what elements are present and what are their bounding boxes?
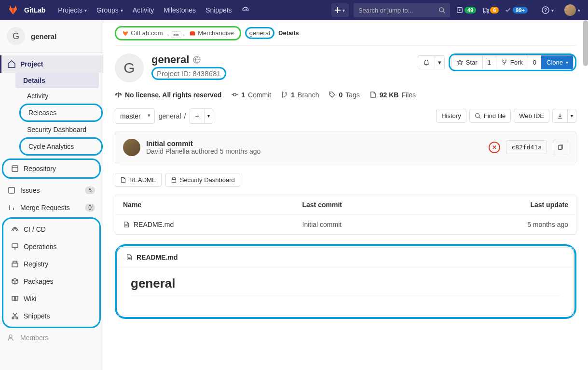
col-update-header: Last update bbox=[481, 201, 568, 209]
col-name-header: Name bbox=[123, 201, 302, 209]
nav-groups[interactable]: Groups▾ bbox=[92, 0, 128, 20]
svg-point-21 bbox=[330, 93, 331, 94]
nav-activity[interactable]: Activity bbox=[128, 0, 159, 20]
sidebar-item-releases[interactable]: Releases bbox=[19, 104, 103, 122]
svg-point-12 bbox=[9, 335, 12, 338]
sidebar-item-project[interactable]: Project bbox=[0, 55, 103, 73]
nav-snippets[interactable]: Snippets bbox=[201, 0, 236, 20]
nav-projects[interactable]: Projects▾ bbox=[53, 0, 92, 20]
project-id-label: Project ID: 8438681 bbox=[157, 69, 221, 78]
nav-mrs-counter[interactable]: 6 bbox=[480, 4, 500, 16]
commit-sha[interactable]: c82fd41a bbox=[506, 140, 547, 154]
stat-tags[interactable]: 0Tags bbox=[328, 91, 359, 99]
crumb-gitlab[interactable]: GitLab.com bbox=[119, 28, 165, 38]
crumb-project[interactable]: general bbox=[245, 27, 274, 39]
find-file-button[interactable]: Find file bbox=[469, 109, 511, 123]
download-dropdown[interactable]: ▾ bbox=[567, 109, 576, 123]
readme-link-button[interactable]: README bbox=[115, 173, 162, 187]
page-title: general bbox=[151, 53, 189, 66]
nav-todos-counter[interactable]: 99+ bbox=[503, 4, 529, 16]
svg-point-22 bbox=[475, 114, 479, 118]
sidebar-item-merge-requests[interactable]: Merge Requests 0 bbox=[0, 199, 103, 216]
path-breadcrumb: general / bbox=[159, 112, 186, 120]
sidebar-item-operations[interactable]: Operations bbox=[3, 238, 99, 255]
sidebar-item-issues[interactable]: Issues 5 bbox=[0, 182, 103, 199]
search-input[interactable]: Search or jump to... bbox=[354, 3, 450, 17]
scrollbar[interactable] bbox=[583, 20, 588, 66]
sidebar-item-security-dashboard[interactable]: Security Dashboard bbox=[19, 122, 103, 137]
sidebar-item-details[interactable]: Details bbox=[15, 73, 99, 88]
row-commit[interactable]: Initial commit bbox=[302, 221, 482, 228]
crumb-ellipsis[interactable]: ••• bbox=[171, 31, 181, 38]
user-menu[interactable]: ▾ bbox=[561, 4, 580, 16]
clone-button[interactable]: Clone ▾ bbox=[541, 55, 574, 69]
avatar bbox=[123, 139, 140, 156]
stat-size[interactable]: 92 KBFiles bbox=[369, 91, 416, 99]
project-avatar: G bbox=[7, 27, 25, 45]
notification-button[interactable]: ▾ bbox=[418, 55, 445, 69]
sidebar-item-packages[interactable]: Packages bbox=[3, 273, 99, 290]
security-dashboard-button[interactable]: Security Dashboard bbox=[165, 173, 240, 187]
path-root[interactable]: general bbox=[159, 112, 181, 120]
col-commit-header: Last commit bbox=[302, 201, 482, 209]
readme-heading: general bbox=[131, 276, 561, 295]
svg-point-15 bbox=[505, 60, 506, 61]
file-table: Name Last commit Last update README.md I… bbox=[115, 195, 576, 235]
fork-button[interactable]: Fork bbox=[496, 55, 528, 69]
nav-dashboard-icon[interactable] bbox=[237, 0, 254, 20]
main-content: GitLab.com › ••• › Merchandise general D… bbox=[103, 20, 588, 370]
sidebar-item-activity[interactable]: Activity bbox=[19, 88, 103, 104]
stat-license[interactable]: No license. All rights reserved bbox=[115, 91, 221, 99]
history-button[interactable]: History bbox=[436, 109, 466, 123]
sidebar-item-repository[interactable]: Repository bbox=[2, 159, 101, 179]
commit-message[interactable]: Initial commit bbox=[146, 139, 260, 147]
sidebar-project-header[interactable]: G general bbox=[0, 20, 103, 53]
svg-point-0 bbox=[439, 8, 444, 12]
sidebar-item-wiki[interactable]: Wiki bbox=[3, 290, 99, 307]
crumb-page: Details bbox=[278, 29, 299, 37]
svg-point-17 bbox=[233, 93, 236, 96]
svg-rect-6 bbox=[9, 187, 14, 193]
breadcrumb: GitLab.com › ••• › Merchandise general D… bbox=[115, 26, 576, 46]
sidebar-item-members[interactable]: Members bbox=[0, 329, 103, 346]
avatar bbox=[564, 4, 576, 16]
chevron-down-icon: ▾ bbox=[84, 8, 87, 13]
copy-sha-button[interactable] bbox=[553, 140, 568, 155]
sidebar: G general Project Details Activity Relea… bbox=[0, 20, 103, 370]
download-button[interactable] bbox=[552, 109, 567, 123]
svg-rect-9 bbox=[13, 261, 17, 263]
table-row[interactable]: README.md Initial commit 5 months ago bbox=[115, 215, 576, 234]
web-ide-button[interactable]: Web IDE bbox=[514, 109, 549, 123]
new-dropdown-button[interactable]: ▾ bbox=[331, 3, 349, 17]
sidebar-item-snippets[interactable]: Snippets bbox=[3, 307, 99, 325]
crumb-group[interactable]: Merchandise bbox=[186, 28, 236, 38]
nav-issues-counter[interactable]: 49 bbox=[455, 4, 478, 16]
nav-milestones[interactable]: Milestones bbox=[159, 0, 201, 20]
pipeline-failed-icon[interactable]: ✕ bbox=[489, 142, 500, 153]
sidebar-item-cycle-analytics[interactable]: Cycle Analytics bbox=[19, 137, 103, 156]
stat-branches[interactable]: 1Branch bbox=[281, 91, 319, 99]
project-avatar: G bbox=[115, 53, 144, 82]
sidebar-item-cicd[interactable]: CI / CD bbox=[3, 221, 99, 238]
help-dropdown[interactable]: ? ▾ bbox=[537, 0, 559, 20]
star-count[interactable]: 1 bbox=[482, 55, 496, 69]
svg-point-10 bbox=[12, 317, 14, 319]
star-button[interactable]: Star bbox=[451, 55, 482, 69]
branch-selector[interactable]: master bbox=[115, 108, 155, 124]
project-name-label: general bbox=[31, 32, 56, 40]
stat-commits[interactable]: 1Commit bbox=[231, 91, 271, 99]
svg-point-2 bbox=[459, 9, 461, 11]
svg-rect-5 bbox=[12, 166, 18, 172]
chevron-down-icon: ▾ bbox=[551, 8, 554, 13]
svg-rect-8 bbox=[12, 263, 18, 267]
fork-count[interactable]: 0 bbox=[528, 55, 541, 69]
gitlab-icon bbox=[8, 5, 18, 15]
readme-panel: README.md general bbox=[118, 247, 574, 316]
commit-meta: David Planella authored 5 months ago bbox=[146, 147, 260, 155]
add-file-dropdown[interactable]: ▾ bbox=[204, 108, 213, 124]
svg-point-14 bbox=[502, 60, 503, 61]
chevron-down-icon: ▾ bbox=[342, 8, 345, 13]
sidebar-item-registry[interactable]: Registry bbox=[3, 255, 99, 273]
search-icon bbox=[438, 7, 445, 13]
add-file-button[interactable]: ＋ bbox=[190, 108, 204, 124]
